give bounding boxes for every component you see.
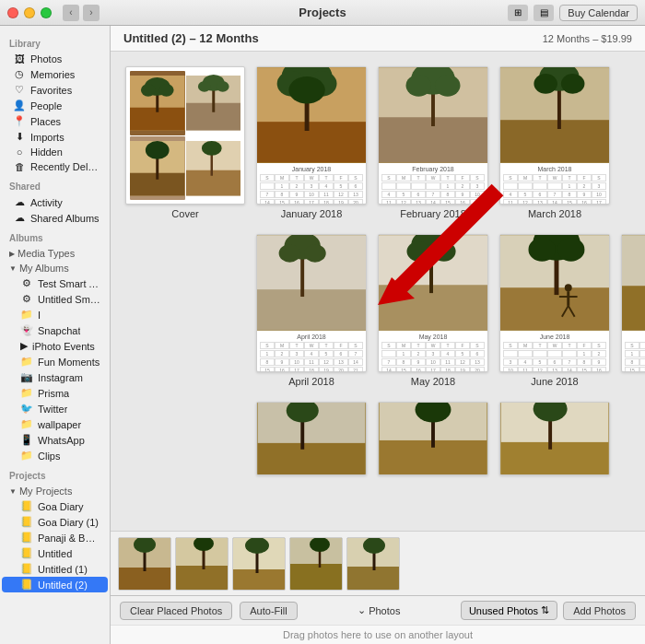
svg-point-37 — [534, 74, 557, 94]
sidebar-item-my-albums[interactable]: ▼ My Albums — [2, 261, 108, 275]
svg-point-49 — [406, 241, 430, 262]
strip-photo-2[interactable] — [175, 537, 229, 591]
calendar-item-apr[interactable]: April 2018 SMTWTFS 1234567 8 — [256, 234, 367, 387]
apr-photo — [257, 235, 366, 331]
sidebar-item-favorites[interactable]: ♡ Favorites — [2, 82, 108, 98]
sidebar-item-label: WhatsApp — [38, 435, 85, 446]
sidebar-item-label: Instagram — [38, 372, 83, 383]
sidebar-item-memories[interactable]: ◷ Memories — [2, 66, 108, 82]
svg-point-19 — [201, 141, 221, 156]
svg-point-5 — [159, 84, 174, 97]
sidebar-item-twitter[interactable]: 🐦 Twitter — [2, 401, 108, 416]
aug-partial-page[interactable] — [256, 402, 367, 475]
jun-page[interactable]: June 2018 SMTWTFS 12 3456789 — [499, 234, 610, 372]
feb-label: February 2018 — [400, 208, 466, 219]
calendar-item-jan[interactable]: January 2018 SMTWTFS 123456 — [256, 66, 367, 219]
bottom-bar: Clear Placed Photos Auto-Fill ⌄ Photos U… — [111, 595, 645, 625]
photos-dropdown[interactable]: ⌄ Photos — [358, 604, 400, 616]
jun-photo — [500, 235, 609, 331]
sidebar-toggle-icon[interactable]: ⊞ — [508, 5, 528, 21]
sidebar-item-fun-moments[interactable]: 📁 Fun Moments — [2, 354, 108, 369]
sidebar-item-label: Photos — [30, 53, 62, 64]
calendar-item-aug-partial[interactable] — [256, 402, 367, 475]
jul-page[interactable]: July 2018 SMTWTFS 1234567 89 — [621, 234, 645, 372]
feb-page[interactable]: February 2018 SMTWTFS 123 45 — [378, 66, 488, 205]
sidebar-item-untitled-1[interactable]: 📒 Untitled (1) — [2, 561, 108, 577]
sidebar-item-hidden[interactable]: ○ Hidden — [2, 145, 108, 159]
feb-calendar-grid: February 2018 SMTWTFS 123 45 — [379, 163, 487, 204]
sidebar-item-my-projects[interactable]: ▼ My Projects — [2, 484, 108, 498]
mar-page[interactable]: March 2018 SMTWTFS 123 45678 — [499, 66, 610, 205]
cover-photo-2 — [186, 71, 241, 135]
calendar-item-sep-partial[interactable] — [378, 402, 488, 475]
apr-page[interactable]: April 2018 SMTWTFS 1234567 8 — [256, 234, 367, 372]
sidebar-item-untitled-sma[interactable]: ⚙ Untitled Sma... — [2, 291, 108, 307]
sidebar-item-activity[interactable]: ☁ Activity — [2, 194, 108, 210]
forward-button[interactable]: › — [83, 5, 100, 21]
jan-photo — [257, 67, 366, 163]
strip-photo-4[interactable] — [289, 537, 343, 591]
calendar-item-mar[interactable]: March 2018 SMTWTFS 123 45678 — [499, 66, 610, 219]
minimize-button[interactable] — [24, 7, 35, 18]
calendar-item-jun[interactable]: June 2018 SMTWTFS 12 3456789 — [499, 234, 610, 387]
sidebar-item-untitled[interactable]: 📒 Untitled — [2, 545, 108, 561]
sidebar-item-goa-diary-1[interactable]: 📒 Goa Diary (1) — [2, 514, 108, 530]
sidebar-item-panaji[interactable]: 📒 Panaji & Bard... — [2, 530, 108, 545]
autofill-button[interactable]: Auto-Fill — [240, 602, 297, 620]
view-toggle-icon[interactable]: ▤ — [534, 5, 554, 21]
sidebar-item-shared-albums[interactable]: ☁ Shared Albums — [2, 210, 108, 226]
jan-page[interactable]: January 2018 SMTWTFS 123456 — [256, 66, 367, 205]
strip-photo-5[interactable] — [346, 537, 400, 591]
strip-photo-3[interactable] — [232, 537, 286, 591]
sidebar-item-label: Imports — [30, 132, 64, 143]
favorites-icon: ♡ — [13, 84, 26, 96]
unused-photos-dropdown[interactable]: Unused Photos ⇅ — [461, 601, 557, 620]
mar-photo — [500, 67, 609, 163]
projects-section-label: Projects — [0, 463, 110, 484]
twitter-icon: 🐦 — [20, 403, 33, 415]
sidebar-item-clips[interactable]: 📁 Clips — [2, 448, 108, 463]
clear-placed-photos-button[interactable]: Clear Placed Photos — [120, 602, 232, 620]
project-icon: 📒 — [20, 563, 33, 575]
sep-partial-page[interactable] — [378, 402, 488, 475]
bottom-right: Unused Photos ⇅ Add Photos — [461, 601, 636, 620]
add-photos-button[interactable]: Add Photos — [563, 602, 636, 620]
cover-page[interactable] — [125, 66, 245, 205]
sidebar-item-places[interactable]: 📍 Places — [2, 113, 108, 129]
up-down-arrows-icon: ⇅ — [541, 604, 549, 616]
sidebar-item-i[interactable]: 📁 I — [2, 307, 108, 322]
calendar-row-2: April 2018 SMTWTFS 1234567 8 — [125, 234, 630, 387]
calendar-item-jul[interactable]: July 2018 SMTWTFS 1234567 89 — [621, 234, 645, 387]
sidebar-item-people[interactable]: 👤 People — [2, 98, 108, 113]
sidebar-item-wallpaper[interactable]: 📁 wallpaper — [2, 416, 108, 432]
sidebar-item-imports[interactable]: ⬇ Imports — [2, 129, 108, 145]
sidebar-item-instagram[interactable]: 📷 Instagram — [2, 369, 108, 385]
calendar-item-may[interactable]: May 2018 SMTWTFS 123456 7891 — [378, 234, 488, 387]
sidebar-item-goa-diary[interactable]: 📒 Goa Diary — [2, 498, 108, 514]
calendar-item-feb[interactable]: February 2018 SMTWTFS 123 45 — [378, 66, 488, 219]
oct-partial-page[interactable] — [499, 402, 610, 475]
strip-photo-1[interactable] — [118, 537, 171, 591]
may-page[interactable]: May 2018 SMTWTFS 123456 7891 — [378, 234, 488, 372]
maximize-button[interactable] — [41, 7, 52, 18]
sidebar-item-label: Panaji & Bard... — [38, 533, 100, 544]
sidebar-item-untitled-2[interactable]: 📒 Untitled (2) — [2, 577, 108, 592]
sidebar-item-label: Snapchat — [38, 325, 80, 336]
buy-calendar-button[interactable]: Buy Calendar — [559, 5, 638, 21]
close-button[interactable] — [7, 7, 18, 18]
sidebar-item-photos[interactable]: 🖼 Photos — [2, 52, 108, 66]
calendar-item-cover[interactable]: Cover — [125, 66, 245, 219]
cover-label: Cover — [171, 208, 198, 219]
sidebar-item-prisma[interactable]: 📁 Prisma — [2, 385, 108, 401]
sidebar-item-iphoto-events[interactable]: ▶ iPhoto Events — [2, 338, 108, 354]
sidebar-item-snapchat[interactable]: 👻 Snapchat — [2, 322, 108, 338]
sidebar-item-recently-deleted[interactable]: 🗑 Recently Deleted — [2, 159, 108, 174]
sidebar-item-test-smart[interactable]: ⚙ Test Smart A... — [2, 275, 108, 291]
back-button[interactable]: ‹ — [63, 5, 79, 21]
sidebar-item-whatsapp[interactable]: 📱 WhatsApp — [2, 432, 108, 448]
sidebar-item-media-types[interactable]: ▶ Media Types — [2, 246, 108, 261]
svg-point-32 — [435, 75, 461, 97]
calendar-grid[interactable]: Cover — [111, 52, 645, 531]
sidebar-item-label: Favorites — [30, 85, 72, 96]
calendar-item-oct-partial[interactable] — [499, 402, 610, 475]
